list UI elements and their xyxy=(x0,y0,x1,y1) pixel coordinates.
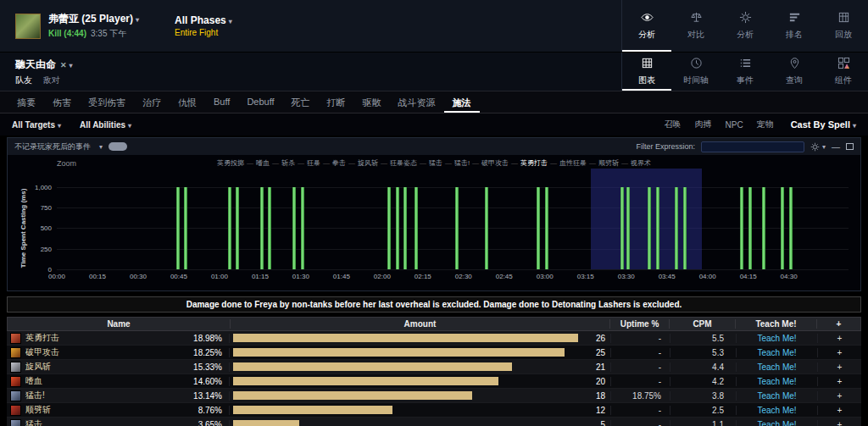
teach-me-link[interactable]: Teach Me! xyxy=(736,348,817,357)
amount-bar xyxy=(233,391,472,400)
player-selector[interactable]: 聽天由命✕▾ 队友 敌对 xyxy=(15,58,73,86)
table-row[interactable]: 猛击!13.14%1818.75%3.8Teach Me!+ xyxy=(7,389,861,403)
tab-8[interactable]: 打断 xyxy=(319,91,354,113)
nav-replay[interactable]: 回放 xyxy=(819,0,868,52)
table-row[interactable]: 英勇打击18.98%26-5.5Teach Me!+ xyxy=(7,331,861,346)
spell-link[interactable]: 嗜血 xyxy=(25,375,42,387)
nav-compare[interactable]: 对比 xyxy=(671,0,721,52)
expand-row-button[interactable]: + xyxy=(817,334,861,343)
expand-row-button[interactable]: + xyxy=(817,377,861,386)
legend-item[interactable]: 猛击! xyxy=(454,159,470,167)
tab-11[interactable]: 施法 xyxy=(444,91,480,113)
nav-queries[interactable]: 查询 xyxy=(770,53,819,91)
y-axis-label: Time Spent Casting (ms) xyxy=(19,178,27,279)
nav-rankings[interactable]: 排名 xyxy=(770,0,819,52)
spell-link[interactable]: 破甲攻击 xyxy=(25,346,59,358)
col-header-amount[interactable]: Amount xyxy=(230,319,609,329)
nav-settings-analyze[interactable]: 分析 xyxy=(721,0,770,52)
tab-9[interactable]: 驱散 xyxy=(354,91,390,113)
tab-2[interactable]: 受到伤害 xyxy=(80,91,134,113)
teach-me-link[interactable]: Teach Me! xyxy=(736,334,817,343)
expand-row-button[interactable]: + xyxy=(817,391,861,401)
table-row[interactable]: 旋风斩15.33%21-4.4Teach Me!+ xyxy=(7,360,861,374)
tab-0[interactable]: 摘要 xyxy=(8,91,44,113)
col-header-cpm[interactable]: CPM xyxy=(669,319,735,329)
abilities-dropdown-label: All Abilities xyxy=(80,120,125,130)
col-header-teach[interactable]: Teach Me! xyxy=(735,319,816,329)
tab-5[interactable]: Buff xyxy=(205,91,238,113)
legend-item[interactable]: 拳击 xyxy=(332,159,346,167)
cast-bar xyxy=(301,187,304,269)
cast-by-dropdown[interactable]: Cast By Spell▾ xyxy=(791,119,856,130)
chart-settings-button[interactable]: ▾ xyxy=(810,142,826,152)
teach-me-link[interactable]: Teach Me! xyxy=(736,377,817,386)
entity-npc[interactable]: NPC xyxy=(726,120,743,130)
col-header-plus[interactable]: + xyxy=(816,319,860,329)
table-row[interactable]: 嗜血14.60%20-4.2Teach Me!+ xyxy=(7,374,861,389)
abilities-dropdown[interactable]: All Abilities▾ xyxy=(80,120,131,130)
table-row[interactable]: 顺劈斩8.76%12-2.5Teach Me!+ xyxy=(7,403,861,418)
expand-row-button[interactable]: + xyxy=(817,406,861,415)
tab-10[interactable]: 战斗资源 xyxy=(390,91,444,113)
slam-icon xyxy=(10,419,21,426)
legend-item[interactable]: 血性狂暴 xyxy=(559,159,587,167)
teach-me-link[interactable]: Teach Me! xyxy=(736,362,817,372)
tab-friendlies[interactable]: 队友 xyxy=(15,75,32,85)
spell-link[interactable]: 顺劈斩 xyxy=(25,404,51,416)
panel-minimize-button[interactable]: — xyxy=(832,142,840,152)
tab-1[interactable]: 伤害 xyxy=(44,91,80,113)
legend-item[interactable]: 嗜血 xyxy=(256,159,270,167)
entity-melee[interactable]: 肉搏 xyxy=(695,119,712,130)
teach-me-link[interactable]: Teach Me! xyxy=(736,420,817,426)
legend-item[interactable]: 狂暴姿态 xyxy=(390,159,417,167)
filter-expression-input[interactable] xyxy=(701,141,804,152)
death-events-label[interactable]: 不记录玩家死后的事件 xyxy=(14,141,91,152)
table-row[interactable]: 破甲攻击18.25%25-5.3Teach Me!+ xyxy=(7,346,861,360)
spell-link[interactable]: 英勇打击 xyxy=(25,332,59,344)
tab-7[interactable]: 死亡 xyxy=(283,91,319,113)
nav-analyze[interactable]: 分析 xyxy=(622,0,671,52)
spell-link[interactable]: 猛击 xyxy=(25,418,42,426)
col-header-name[interactable]: Name xyxy=(8,319,230,329)
nav-label: 事件 xyxy=(737,75,754,86)
table-row[interactable]: 猛击3.65%5-1.1Teach Me!+ xyxy=(7,418,861,426)
nav-events[interactable]: 事件 xyxy=(721,53,770,91)
legend-item[interactable]: 英勇投掷 xyxy=(217,159,244,167)
legend-item[interactable]: 斩杀 xyxy=(281,159,295,167)
legend-item[interactable]: 旋风斩 xyxy=(358,159,378,167)
legend-item[interactable]: 英勇打击 xyxy=(520,159,548,167)
spell-link[interactable]: 猛击! xyxy=(25,390,45,401)
tab-4[interactable]: 仇恨 xyxy=(170,91,205,113)
close-icon[interactable]: ✕ xyxy=(60,61,67,69)
spell-link[interactable]: 旋风斩 xyxy=(25,361,51,373)
targets-dropdown[interactable]: All Targets▾ xyxy=(12,120,61,130)
amount-bar xyxy=(233,377,498,385)
legend-item[interactable]: 狂暴 xyxy=(307,159,320,167)
expand-row-button[interactable]: + xyxy=(817,362,861,372)
y-tick-label: 1,000 xyxy=(35,183,52,191)
boss-selector[interactable]: 弗蕾亚 (25 Player)▾ Kill (4:44)3:35 下午 xyxy=(15,12,139,40)
panel-expand-button[interactable] xyxy=(846,143,854,150)
expand-row-button[interactable]: + xyxy=(817,348,861,357)
entity-pets[interactable]: 宠物 xyxy=(757,119,774,130)
chart-plot[interactable]: 02505007501,00000:0000:1500:3000:4501:00… xyxy=(57,179,849,270)
legend-item[interactable]: 顺劈斩 xyxy=(598,159,619,167)
phase-selector[interactable]: All Phases▾ Entire Fight xyxy=(175,14,232,37)
death-events-toggle[interactable] xyxy=(108,142,127,151)
tab-enemies[interactable]: 敌对 xyxy=(43,75,60,85)
legend-item[interactable]: 破甲攻击 xyxy=(481,159,509,167)
caret-down-icon: ▾ xyxy=(853,122,856,130)
teach-me-link[interactable]: Teach Me! xyxy=(736,391,817,401)
teach-me-link[interactable]: Teach Me! xyxy=(736,406,817,415)
col-header-uptime[interactable]: Uptime % xyxy=(609,319,669,329)
tab-3[interactable]: 治疗 xyxy=(134,91,170,113)
tab-6[interactable]: Debuff xyxy=(238,91,282,113)
legend-separator: — xyxy=(348,159,355,167)
nav-charts[interactable]: 图表 xyxy=(622,53,671,91)
entity-summons[interactable]: 召唤 xyxy=(665,119,682,130)
expand-row-button[interactable]: + xyxy=(817,420,861,426)
nav-timeline[interactable]: 时间轴 xyxy=(671,53,721,91)
nav-components[interactable]: 组件 xyxy=(819,53,868,91)
legend-item[interactable]: 视界术 xyxy=(631,159,651,167)
legend-item[interactable]: 猛击 xyxy=(429,159,442,167)
